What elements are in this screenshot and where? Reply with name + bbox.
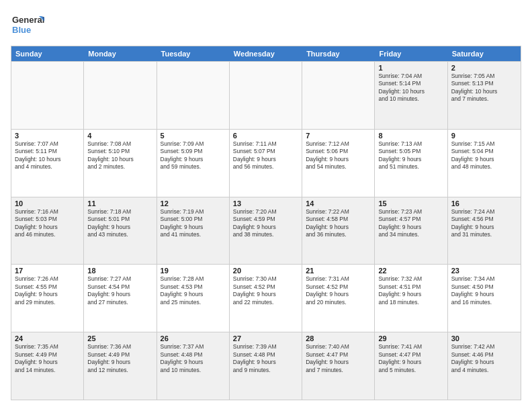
day-number: 14 [306,199,371,208]
day-number: 13 [233,199,298,208]
day-number: 1 [378,64,443,72]
calendar-cell: 16Sunrise: 7:24 AM Sunset: 4:56 PM Dayli… [448,197,521,265]
day-number: 7 [306,132,371,140]
cell-info: Sunrise: 7:13 AM Sunset: 5:05 PM Dayligh… [378,140,443,171]
svg-text:Blue: Blue [12,25,31,35]
cell-info: Sunrise: 7:09 AM Sunset: 5:09 PM Dayligh… [161,140,226,171]
day-number: 26 [161,334,226,342]
calendar-cell: 18Sunrise: 7:27 AM Sunset: 4:54 PM Dayli… [84,265,157,332]
calendar-cell: 7Sunrise: 7:12 AM Sunset: 5:06 PM Daylig… [302,130,375,197]
calendar-cell: 29Sunrise: 7:41 AM Sunset: 4:47 PM Dayli… [375,332,447,400]
cell-info: Sunrise: 7:28 AM Sunset: 4:53 PM Dayligh… [161,275,226,306]
day-number: 3 [15,132,80,140]
header-day-thursday: Thursday [302,46,375,61]
day-number: 21 [306,267,371,275]
cell-info: Sunrise: 7:41 AM Sunset: 4:47 PM Dayligh… [378,343,443,374]
day-number: 6 [233,132,298,140]
calendar-cell: 26Sunrise: 7:37 AM Sunset: 4:48 PM Dayli… [157,332,230,400]
calendar-cell [230,62,302,129]
day-number: 29 [378,334,443,342]
calendar-row-0: 1Sunrise: 7:04 AM Sunset: 5:14 PM Daylig… [11,61,521,129]
logo-svg: General Blue [11,11,44,39]
calendar-cell [11,62,84,129]
calendar-cell: 24Sunrise: 7:35 AM Sunset: 4:49 PM Dayli… [11,332,84,400]
calendar-cell: 20Sunrise: 7:30 AM Sunset: 4:52 PM Dayli… [230,265,302,332]
cell-info: Sunrise: 7:32 AM Sunset: 4:51 PM Dayligh… [378,275,443,306]
cell-info: Sunrise: 7:24 AM Sunset: 4:56 PM Dayligh… [451,208,517,239]
cell-info: Sunrise: 7:27 AM Sunset: 4:54 PM Dayligh… [87,275,152,306]
logo: General Blue [11,11,44,39]
day-number: 23 [451,267,517,275]
day-number: 20 [233,267,298,275]
calendar-header: SundayMondayTuesdayWednesdayThursdayFrid… [11,46,521,61]
calendar-cell: 10Sunrise: 7:16 AM Sunset: 5:03 PM Dayli… [11,197,84,265]
cell-info: Sunrise: 7:26 AM Sunset: 4:55 PM Dayligh… [15,275,80,306]
cell-info: Sunrise: 7:04 AM Sunset: 5:14 PM Dayligh… [378,73,443,103]
cell-info: Sunrise: 7:42 AM Sunset: 4:46 PM Dayligh… [451,343,517,374]
header-day-saturday: Saturday [448,46,521,61]
day-number: 18 [87,267,152,275]
calendar-cell: 22Sunrise: 7:32 AM Sunset: 4:51 PM Dayli… [375,265,447,332]
calendar: SundayMondayTuesdayWednesdayThursdayFrid… [11,46,521,400]
day-number: 30 [451,334,517,342]
day-number: 17 [15,267,80,275]
calendar-cell: 15Sunrise: 7:23 AM Sunset: 4:57 PM Dayli… [375,197,447,265]
header-day-sunday: Sunday [11,46,84,61]
cell-info: Sunrise: 7:19 AM Sunset: 5:00 PM Dayligh… [161,208,226,239]
cell-info: Sunrise: 7:36 AM Sunset: 4:49 PM Dayligh… [87,343,152,374]
day-number: 2 [451,64,517,72]
day-number: 27 [233,334,298,342]
day-number: 19 [161,267,226,275]
calendar-cell: 23Sunrise: 7:34 AM Sunset: 4:50 PM Dayli… [448,265,521,332]
calendar-cell: 4Sunrise: 7:08 AM Sunset: 5:10 PM Daylig… [84,130,157,197]
cell-info: Sunrise: 7:20 AM Sunset: 4:59 PM Dayligh… [233,208,298,239]
calendar-row-3: 17Sunrise: 7:26 AM Sunset: 4:55 PM Dayli… [11,264,521,332]
day-number: 8 [378,132,443,140]
calendar-cell: 14Sunrise: 7:22 AM Sunset: 4:58 PM Dayli… [302,197,375,265]
cell-info: Sunrise: 7:05 AM Sunset: 5:13 PM Dayligh… [451,73,517,103]
cell-info: Sunrise: 7:12 AM Sunset: 5:06 PM Dayligh… [306,140,371,171]
calendar-cell [157,62,230,129]
calendar-cell: 21Sunrise: 7:31 AM Sunset: 4:52 PM Dayli… [302,265,375,332]
day-number: 4 [87,132,152,140]
day-number: 15 [378,199,443,208]
header-day-friday: Friday [375,46,447,61]
cell-info: Sunrise: 7:11 AM Sunset: 5:07 PM Dayligh… [233,140,298,171]
cell-info: Sunrise: 7:31 AM Sunset: 4:52 PM Dayligh… [306,275,371,306]
header: General Blue [11,11,521,39]
calendar-cell: 3Sunrise: 7:07 AM Sunset: 5:11 PM Daylig… [11,130,84,197]
cell-info: Sunrise: 7:40 AM Sunset: 4:47 PM Dayligh… [306,343,371,374]
day-number: 10 [15,199,80,208]
calendar-row-1: 3Sunrise: 7:07 AM Sunset: 5:11 PM Daylig… [11,129,521,197]
cell-info: Sunrise: 7:22 AM Sunset: 4:58 PM Dayligh… [306,208,371,239]
calendar-cell: 1Sunrise: 7:04 AM Sunset: 5:14 PM Daylig… [375,62,447,129]
day-number: 24 [15,334,80,342]
day-number: 28 [306,334,371,342]
calendar-cell: 19Sunrise: 7:28 AM Sunset: 4:53 PM Dayli… [157,265,230,332]
calendar-cell: 27Sunrise: 7:39 AM Sunset: 4:48 PM Dayli… [230,332,302,400]
cell-info: Sunrise: 7:37 AM Sunset: 4:48 PM Dayligh… [161,343,226,374]
cell-info: Sunrise: 7:16 AM Sunset: 5:03 PM Dayligh… [15,208,80,239]
day-number: 22 [378,267,443,275]
calendar-cell: 5Sunrise: 7:09 AM Sunset: 5:09 PM Daylig… [157,130,230,197]
header-day-monday: Monday [84,46,157,61]
cell-info: Sunrise: 7:39 AM Sunset: 4:48 PM Dayligh… [233,343,298,374]
calendar-body: 1Sunrise: 7:04 AM Sunset: 5:14 PM Daylig… [11,61,521,400]
calendar-cell: 11Sunrise: 7:18 AM Sunset: 5:01 PM Dayli… [84,197,157,265]
cell-info: Sunrise: 7:23 AM Sunset: 4:57 PM Dayligh… [378,208,443,239]
day-number: 16 [451,199,517,208]
calendar-cell: 9Sunrise: 7:15 AM Sunset: 5:04 PM Daylig… [448,130,521,197]
cell-info: Sunrise: 7:15 AM Sunset: 5:04 PM Dayligh… [451,140,517,171]
day-number: 5 [161,132,226,140]
calendar-cell [302,62,375,129]
calendar-cell: 25Sunrise: 7:36 AM Sunset: 4:49 PM Dayli… [84,332,157,400]
header-day-wednesday: Wednesday [230,46,302,61]
calendar-cell: 28Sunrise: 7:40 AM Sunset: 4:47 PM Dayli… [302,332,375,400]
cell-info: Sunrise: 7:07 AM Sunset: 5:11 PM Dayligh… [15,140,80,171]
day-number: 12 [161,199,226,208]
calendar-row-2: 10Sunrise: 7:16 AM Sunset: 5:03 PM Dayli… [11,197,521,265]
calendar-cell: 8Sunrise: 7:13 AM Sunset: 5:05 PM Daylig… [375,130,447,197]
calendar-cell: 30Sunrise: 7:42 AM Sunset: 4:46 PM Dayli… [448,332,521,400]
cell-info: Sunrise: 7:35 AM Sunset: 4:49 PM Dayligh… [15,343,80,374]
day-number: 25 [87,334,152,342]
